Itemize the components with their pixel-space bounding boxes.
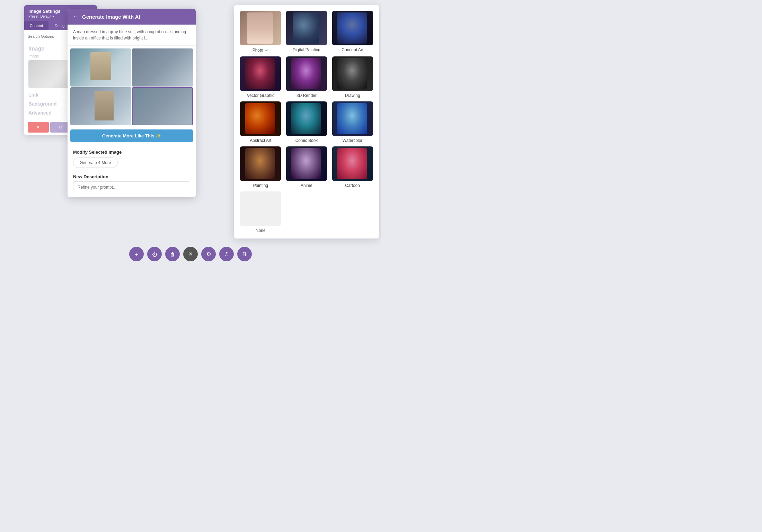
tab-content[interactable]: Content: [24, 21, 48, 30]
style-digital-painting[interactable]: Digital Painting: [285, 11, 328, 53]
generate-more-button[interactable]: Generate More Like This ✨: [70, 129, 193, 142]
style-3d-thumb: [286, 56, 327, 91]
style-vector-graphic[interactable]: Vector Graphic: [239, 56, 282, 98]
style-cartoon[interactable]: Cartoon: [331, 146, 374, 188]
style-comic-thumb: [286, 101, 327, 136]
adjust-button[interactable]: ⇅: [237, 247, 252, 261]
style-watercolor-thumb: [332, 101, 373, 136]
style-cartoon-thumb: [332, 146, 373, 181]
style-concept-label: Concept Art: [342, 47, 363, 52]
style-abstract-thumb: [240, 101, 281, 136]
new-description-section: New Description: [68, 173, 196, 197]
style-cartoon-label: Cartoon: [345, 183, 360, 188]
close-button[interactable]: ✕: [183, 247, 198, 261]
bottom-toolbar: + ⏻ 🗑 ✕ ⚙ ⏱ ⇅: [129, 247, 252, 261]
style-painting[interactable]: Painting: [239, 146, 282, 188]
style-drawing-label: Drawing: [345, 93, 360, 98]
panel-header-left: Image Settings Preset: Default ▾: [28, 9, 60, 18]
checkmark-icon: ✓: [265, 47, 269, 53]
panel-preset: Preset: Default ▾: [28, 15, 60, 18]
settings-button[interactable]: ⚙: [201, 247, 216, 261]
generated-image-2[interactable]: [132, 48, 193, 87]
style-anime-label: Anime: [301, 183, 312, 188]
style-none[interactable]: None: [239, 191, 282, 233]
modify-title: Modify Selected Image: [73, 150, 190, 155]
style-photo-thumb: [240, 11, 281, 45]
generated-image-4[interactable]: [132, 87, 193, 125]
new-desc-title: New Description: [73, 174, 190, 179]
generate-4-more-button[interactable]: Generate 4 More: [73, 157, 118, 168]
generate-title: Generate Image With AI: [82, 14, 140, 20]
delete-button[interactable]: 🗑: [165, 247, 180, 261]
style-none-label: None: [256, 228, 266, 233]
style-3d-render[interactable]: 3D Render: [285, 56, 328, 98]
style-digital-thumb: [286, 11, 327, 45]
back-arrow-icon[interactable]: ←: [73, 13, 79, 20]
style-anime[interactable]: Anime: [285, 146, 328, 188]
style-comic-label: Comic Book: [295, 138, 318, 143]
style-watercolor-label: Watercolor: [343, 138, 363, 143]
style-anime-thumb: [286, 146, 327, 181]
style-abstract-label: Abstract Art: [250, 138, 271, 143]
style-none-thumb: [240, 191, 281, 226]
style-grid: Photo ✓ Digital Painting Concept Art Vec…: [239, 11, 374, 233]
power-button[interactable]: ⏻: [147, 247, 162, 261]
panel-title: Image Settings: [28, 9, 60, 14]
generate-images-grid: [68, 46, 196, 128]
style-vector-label: Vector Graphic: [247, 93, 274, 98]
style-comic-book[interactable]: Comic Book: [285, 101, 328, 143]
style-drawing-thumb: [332, 56, 373, 91]
style-abstract-art[interactable]: Abstract Art: [239, 101, 282, 143]
modify-section: Modify Selected Image Generate 4 More: [68, 146, 196, 173]
style-vector-thumb: [240, 56, 281, 91]
generate-header: ← Generate Image With AI: [68, 9, 196, 25]
cancel-button[interactable]: ✕: [28, 122, 49, 133]
generated-image-1[interactable]: [70, 48, 131, 87]
style-painting-thumb: [240, 146, 281, 181]
style-digital-label: Digital Painting: [293, 47, 320, 52]
generate-description: A man dressed in a gray blue suit, with …: [68, 25, 196, 46]
style-painting-label: Painting: [253, 183, 268, 188]
style-drawing[interactable]: Drawing: [331, 56, 374, 98]
style-panel: Photo ✓ Digital Painting Concept Art Vec…: [234, 5, 379, 238]
style-watercolor[interactable]: Watercolor: [331, 101, 374, 143]
generate-panel: ← Generate Image With AI A man dressed i…: [68, 9, 196, 197]
style-photo-label: Photo ✓: [252, 47, 269, 53]
style-concept-thumb: [332, 11, 373, 45]
style-photo[interactable]: Photo ✓: [239, 11, 282, 53]
style-3d-label: 3D Render: [296, 93, 317, 98]
add-button[interactable]: +: [129, 247, 144, 261]
generated-image-3[interactable]: [70, 87, 131, 125]
style-concept-art[interactable]: Concept Art: [331, 11, 374, 53]
new-desc-input[interactable]: [73, 181, 190, 193]
timer-button[interactable]: ⏱: [219, 247, 234, 261]
